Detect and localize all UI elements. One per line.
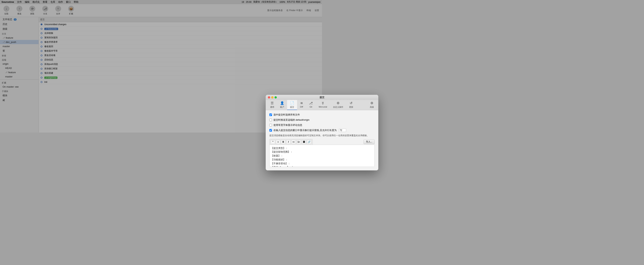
modal-overlay: 提交 ☰ 通用 👤 账户 📄 提交 ≋ Diff ⎇ Git (0, 0, 322, 133)
checkbox-select-all-label: 选中提交时选择所有文件 (274, 113, 300, 116)
modal-titlebar: 提交 (266, 95, 322, 100)
tab-diff[interactable]: ≋ Diff (297, 100, 306, 110)
line-wrap-row: 在输入提交信息的窗口中显示换行提示竖线,且允许行长度为 (270, 129, 322, 132)
modal-tabs: ☰ 通用 👤 账户 📄 提交 ≋ Diff ⎇ Git ☿ Mercurial (266, 100, 322, 110)
modal-title: 提交 (320, 96, 322, 99)
checkbox-push-after[interactable] (270, 119, 272, 121)
commit-icon: 📄 (290, 101, 294, 105)
git-icon: ⎇ (309, 101, 313, 105)
tab-commit[interactable]: 📄 提交 (287, 100, 297, 110)
tab-git-label: Git (310, 106, 312, 108)
diff-icon: ≋ (300, 101, 303, 105)
tab-account-label: 账户 (280, 106, 284, 108)
close-button[interactable] (268, 96, 270, 99)
checkbox-line-wrap[interactable] (270, 129, 272, 132)
minimize-button[interactable] (271, 96, 274, 99)
checkbox-mono-font[interactable] (270, 124, 272, 126)
tab-general-label: 通用 (270, 106, 274, 108)
checkbox-mono-font-label: 使用等宽字体显示评论信息 (274, 123, 302, 127)
commit-settings-modal: 提交 ☰ 通用 👤 账户 📄 提交 ≋ Diff ⎇ Git (266, 95, 322, 133)
checkbox-push-after-label: 提交时推送至远端的 default/origin (274, 118, 310, 122)
tab-account[interactable]: 👤 账户 (277, 100, 287, 110)
tab-general[interactable]: ☰ 通用 (267, 100, 277, 110)
mercurial-icon: ☿ (322, 101, 322, 105)
modal-content: 选中提交时选择所有文件 提交时推送至远端的 default/origin 使用等… (266, 110, 322, 133)
maximize-button[interactable] (274, 96, 277, 99)
general-icon: ☰ (271, 101, 274, 105)
account-icon: 👤 (280, 101, 284, 105)
tab-mercurial[interactable]: ☿ Mercurial (316, 100, 322, 110)
traffic-lights (268, 96, 277, 99)
checkbox-select-all-row: 选中提交时选择所有文件 (270, 113, 322, 116)
checkbox-select-all[interactable] (270, 113, 272, 116)
tab-git[interactable]: ⎇ Git (306, 100, 316, 110)
checkbox-mono-font-row: 使用等宽字体显示评论信息 (270, 123, 322, 127)
tab-mercurial-label: Mercurial (319, 106, 322, 108)
tab-commit-label: 提交 (290, 106, 294, 108)
checkbox-push-after-row: 提交时推送至远端的 default/origin (270, 118, 322, 122)
tab-diff-label: Diff (300, 106, 303, 108)
line-wrap-label: 在输入提交信息的窗口中显示换行提示竖线,且允许行长度为 (274, 129, 322, 132)
